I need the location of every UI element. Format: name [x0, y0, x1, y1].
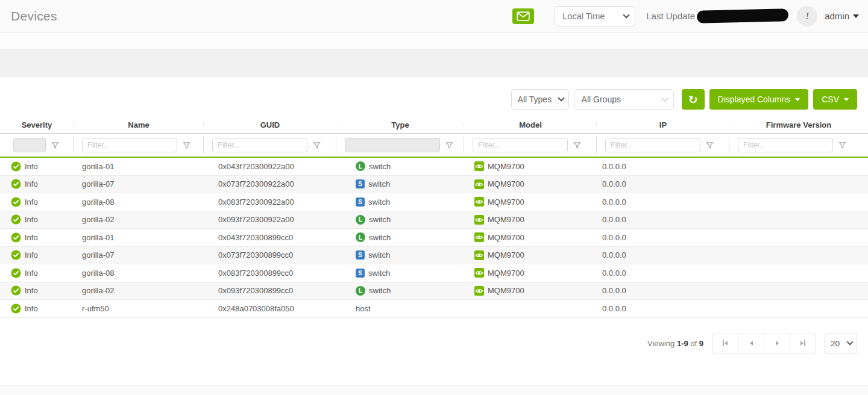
table-row[interactable]: Info gorilla-02 0x093f720300899cc0 L swi… — [0, 282, 868, 300]
guid-cell: 0x073f720300922a00 — [204, 179, 336, 188]
filter-cell-name — [74, 134, 204, 157]
refresh-button[interactable]: ↻ — [682, 89, 705, 110]
column-header-firmware[interactable]: Firmware Version — [729, 120, 868, 129]
displayed-columns-label: Displayed Columns — [718, 95, 791, 104]
guid-cell: 0x093f720300899cc0 — [204, 286, 336, 295]
funnel-icon[interactable] — [573, 142, 581, 149]
type-cell: L switch — [336, 161, 464, 171]
viewing-label: Viewing — [647, 339, 675, 348]
type-label: switch — [369, 286, 391, 295]
type-badge: S — [356, 250, 365, 260]
column-header-name[interactable]: Name — [74, 120, 204, 129]
previous-page-icon — [750, 341, 753, 346]
displayed-columns-button[interactable]: Displayed Columns — [709, 89, 809, 110]
guid-cell: 0x093f720300922a00 — [204, 215, 336, 224]
column-header-severity[interactable]: Severity — [0, 120, 74, 129]
model-label: MQM9700 — [488, 233, 524, 242]
secondary-band — [0, 49, 868, 77]
model-label: MQM9700 — [488, 215, 524, 224]
table-row[interactable]: Info gorilla-08 0x083f720300922a00 S swi… — [0, 193, 868, 211]
timezone-select[interactable]: Local Time — [555, 6, 635, 26]
table-row[interactable]: Info gorilla-01 0x043f720300899cc0 L swi… — [0, 229, 868, 247]
guid-cell: 0x248a0703008fa050 — [204, 304, 336, 313]
check-circle-icon — [11, 268, 21, 278]
ip-cell: 0.0.0.0 — [597, 233, 729, 242]
user-menu[interactable]: admin — [825, 11, 859, 21]
help-icon: ! — [805, 11, 808, 22]
model-cell: MQM9700 — [464, 232, 597, 242]
nvidia-eye-icon — [474, 197, 484, 207]
table-row[interactable]: Info r-ufm50 0x248a0703008fa050 host 0.0… — [0, 300, 868, 318]
check-circle-icon — [11, 179, 21, 189]
name-cell: gorilla-01 — [74, 233, 204, 242]
column-header-model[interactable]: Model — [464, 120, 597, 129]
messages-button[interactable] — [512, 8, 534, 24]
page-size-select[interactable]: 20 — [825, 334, 857, 353]
model-cell: MQM9700 — [464, 215, 597, 225]
name-filter-input[interactable] — [82, 138, 177, 152]
column-header-type[interactable]: Type — [336, 120, 464, 129]
subheader-band — [0, 33, 868, 49]
column-header-guid[interactable]: GUID — [204, 120, 336, 129]
guid-filter-input[interactable] — [212, 138, 307, 152]
filter-cell-type — [336, 134, 464, 157]
check-circle-icon — [11, 161, 21, 172]
nvidia-eye-icon — [474, 232, 484, 242]
table-filter-row — [0, 134, 868, 158]
funnel-icon[interactable] — [183, 142, 190, 149]
table-row[interactable]: Info gorilla-08 0x083f720300899cc0 S swi… — [0, 264, 868, 282]
nvidia-eye-icon — [474, 215, 484, 225]
first-page-button[interactable] — [712, 334, 738, 353]
model-cell: MQM9700 — [464, 268, 597, 278]
help-button[interactable]: ! — [797, 6, 817, 26]
type-cell: L switch — [336, 232, 464, 242]
severity-cell: Info — [0, 285, 74, 296]
next-page-button[interactable] — [764, 334, 790, 353]
name-cell: gorilla-07 — [74, 250, 204, 260]
nvidia-eye-icon — [474, 250, 484, 260]
chevron-down-icon — [844, 98, 849, 101]
devices-table: Severity Name GUID Type Model IP Firmwar… — [0, 117, 868, 318]
model-cell: MQM9700 — [464, 250, 597, 260]
funnel-icon[interactable] — [706, 142, 714, 149]
topbar: Devices Local Time Last Update ! admin — [0, 0, 868, 33]
type-filter-select[interactable]: All Types — [511, 89, 569, 110]
ip-cell: 0.0.0.0 — [597, 286, 729, 295]
severity-cell: Info — [0, 214, 74, 225]
funnel-icon[interactable] — [445, 142, 453, 149]
check-circle-icon — [11, 197, 21, 207]
severity-label: Info — [25, 286, 38, 295]
check-circle-icon — [11, 250, 21, 260]
filter-cell-firmware — [729, 134, 868, 157]
viewing-summary: Viewing 1-9 of 9 — [647, 339, 703, 348]
guid-cell: 0x083f720300922a00 — [204, 198, 336, 207]
last-page-button[interactable] — [790, 334, 816, 353]
funnel-icon[interactable] — [838, 142, 846, 149]
chevron-down-icon — [623, 11, 630, 18]
ip-filter-input[interactable] — [605, 138, 700, 152]
type-label: switch — [368, 198, 390, 207]
type-cell: host — [336, 304, 464, 313]
csv-button[interactable]: CSV — [813, 89, 857, 110]
table-row[interactable]: Info gorilla-07 0x073f720300899cc0 S swi… — [0, 247, 868, 265]
model-cell: MQM9700 — [464, 286, 597, 296]
type-badge: S — [356, 198, 365, 207]
firmware-filter-input[interactable] — [738, 138, 833, 152]
column-header-ip[interactable]: IP — [597, 120, 729, 129]
refresh-icon: ↻ — [688, 94, 698, 105]
table-row[interactable]: Info gorilla-01 0x043f720300922a00 L swi… — [0, 158, 868, 176]
guid-cell: 0x083f720300899cc0 — [204, 269, 336, 278]
viewing-total: 9 — [699, 339, 703, 348]
filter-cell-guid — [204, 134, 336, 157]
type-label: switch — [369, 215, 391, 224]
type-filter-input — [345, 138, 440, 152]
group-filter-select[interactable]: All Groups — [574, 89, 674, 110]
funnel-icon[interactable] — [51, 142, 59, 149]
chevron-down-icon — [661, 95, 668, 101]
name-cell: gorilla-07 — [74, 179, 204, 188]
funnel-icon[interactable] — [313, 142, 321, 149]
table-row[interactable]: Info gorilla-02 0x093f720300922a00 L swi… — [0, 211, 868, 229]
previous-page-button[interactable] — [738, 334, 764, 353]
model-filter-input[interactable] — [473, 138, 568, 152]
table-row[interactable]: Info gorilla-07 0x073f720300922a00 S swi… — [0, 176, 868, 194]
